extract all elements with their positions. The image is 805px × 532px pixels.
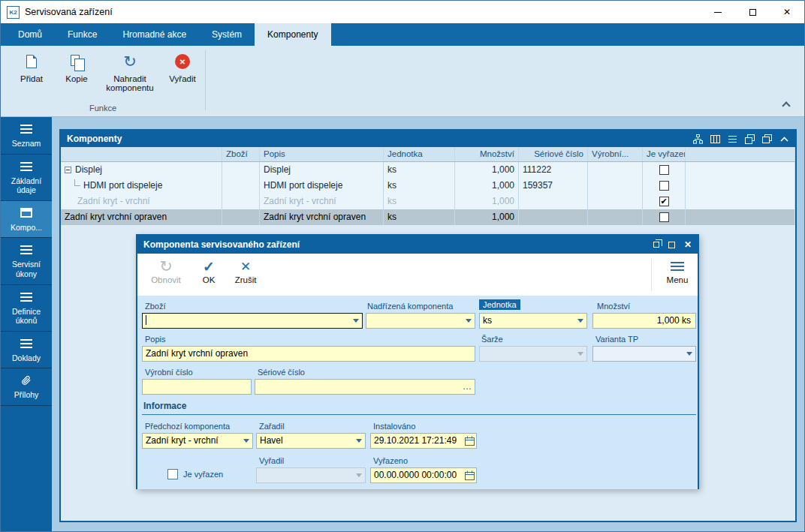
dropdown-icon[interactable] — [575, 349, 585, 359]
minimize-button[interactable] — [701, 1, 735, 23]
obnovit-button[interactable]: ↻ Obnovit — [145, 257, 187, 284]
sidebar-item-prilohy[interactable]: Přílohy — [1, 368, 52, 406]
vyrazeno-label: Vyřazeno — [373, 456, 408, 465]
zbozi-input[interactable] — [142, 313, 363, 329]
collapse-minus-icon[interactable] — [65, 167, 71, 173]
sidebar-item-komponenty[interactable]: Kompo... — [1, 201, 52, 239]
zaradil-label: Zařadil — [259, 422, 285, 431]
dropdown-icon[interactable] — [241, 436, 251, 446]
ok-button[interactable]: ✓ OK — [193, 257, 225, 284]
dialog-body: Zboží Nadřízená komponenta Jednotka ks M… — [137, 296, 698, 489]
tile-windows-icon[interactable] — [762, 134, 772, 144]
popis-cell: Displej — [260, 162, 384, 178]
filler-cell — [686, 162, 795, 178]
close-icon: ✕ — [684, 239, 692, 250]
tab-hromadne-akce[interactable]: Hromadné akce — [110, 23, 199, 46]
calendar-icon[interactable] — [465, 436, 475, 449]
titlebar: K2 Servisovaná zařízení ✕ — [1, 1, 804, 23]
sidebar-item-definice-ukonu[interactable]: Definice úkonů — [1, 285, 52, 332]
col-tree[interactable] — [61, 147, 222, 161]
jednotka-input[interactable]: ks — [479, 313, 587, 329]
zaradil-input[interactable]: Havel — [256, 433, 366, 449]
jednotka-label: Jednotka — [479, 299, 520, 310]
maximize-button[interactable] — [735, 1, 770, 23]
col-je-vyrazen[interactable]: Je vyřazen — [643, 147, 686, 161]
cascade-windows-icon[interactable] — [745, 134, 755, 144]
panel-collapse-chevron-icon[interactable] — [779, 135, 789, 143]
sidebar-item-seznam[interactable]: Seznam — [1, 117, 52, 155]
dropdown-icon[interactable] — [354, 436, 363, 446]
vyradit-button[interactable]: ✕ Vyřadit — [163, 52, 202, 83]
dialog-maximize-button[interactable] — [668, 242, 675, 248]
tab-domu[interactable]: Domů — [5, 23, 55, 46]
popis-cell: HDMI port dispeleje — [260, 178, 384, 194]
tree-view-icon[interactable] — [693, 134, 703, 144]
col-seriove-cislo[interactable]: Sériové číslo — [519, 147, 588, 161]
instalovano-input[interactable]: 29.10.2021 17:21:49 — [370, 433, 477, 449]
ellipsis-button[interactable]: … — [463, 380, 472, 394]
sidebar-item-servisni-ukony[interactable]: Servisní úkony — [1, 238, 52, 284]
varianta-tp-input[interactable] — [592, 346, 696, 362]
documents-icon — [2, 338, 50, 350]
content-area: Komponenty — [52, 117, 804, 531]
tab-system[interactable]: Systém — [199, 23, 255, 46]
zbozi-cell — [222, 178, 260, 194]
checkbox-je-vyrazen[interactable] — [659, 181, 669, 191]
checkbox-je-vyrazen[interactable] — [659, 197, 669, 206]
list-view-icon[interactable] — [728, 134, 737, 144]
popis-input[interactable]: Zadní kryt vrchní opraven — [142, 346, 475, 362]
col-popis[interactable]: Popis — [260, 147, 384, 161]
col-zbozi[interactable]: Zboží — [222, 147, 260, 161]
sidebar-item-doklady[interactable]: Doklady — [1, 332, 52, 369]
sarze-input[interactable] — [479, 346, 587, 362]
sidebar-item-zakladni-udaje[interactable]: Základní údaje — [1, 155, 52, 201]
calendar-icon[interactable] — [465, 470, 475, 483]
predchozi-komponenta-label: Předchozí komponenta — [145, 422, 230, 431]
vyrazeno-input[interactable]: 00.00.0000 00:00:00 — [370, 467, 477, 483]
table-row-selected[interactable]: Zadní kryt vrchní opraven Zadní kryt vrc… — [61, 209, 795, 225]
mnozstvi-input[interactable]: 1,000 ks — [592, 313, 696, 329]
vyrobni-cell — [588, 209, 643, 225]
jednotka-cell: ks — [384, 178, 455, 194]
predchozi-komponenta-input[interactable]: Zadní kryt - vrchní — [142, 433, 253, 449]
kopie-button[interactable]: Kopie — [58, 52, 95, 83]
nadrizena-komponenta-input[interactable] — [366, 313, 475, 329]
table-row[interactable]: Displej Displej ks 1,000 111222 — [61, 162, 795, 178]
close-icon: ✕ — [783, 7, 791, 17]
menu-button[interactable]: Menu — [660, 257, 695, 284]
dropdown-icon[interactable] — [575, 316, 585, 326]
je-vyrazen-checkbox[interactable] — [167, 469, 178, 479]
dropdown-icon[interactable] — [463, 316, 473, 326]
seriove-cislo-input[interactable]: … — [255, 379, 475, 395]
vyradil-input[interactable] — [256, 467, 366, 483]
pridat-button[interactable]: Přidat — [11, 52, 52, 83]
col-mnozstvi[interactable]: Množství — [455, 147, 519, 161]
dropdown-icon[interactable] — [351, 316, 360, 326]
dropdown-icon[interactable] — [684, 349, 694, 359]
checkbox-je-vyrazen[interactable] — [659, 212, 669, 222]
dropdown-icon[interactable] — [354, 470, 363, 480]
tab-funkce[interactable]: Funkce — [55, 23, 110, 46]
table-row[interactable]: Zadní kryt - vrchní Zadní kryt - vrchní … — [61, 194, 795, 209]
minimize-icon — [714, 12, 722, 13]
popis-label: Popis — [145, 335, 166, 344]
tab-komponenty[interactable]: Komponenty — [255, 23, 330, 46]
columns-icon[interactable] — [710, 134, 720, 144]
dialog-titlebar: Komponenta servisovaného zařízení ✕ — [137, 236, 698, 254]
zrusit-button[interactable]: ✕ Zrušit — [228, 257, 264, 284]
window-title: Servisovaná zařízení — [25, 7, 113, 17]
ribbon-collapse-chevron-icon[interactable] — [782, 101, 790, 110]
col-vyrobni[interactable]: Výrobní... — [588, 147, 643, 161]
nahradit-komponentu-button[interactable]: ↻ Nahradit komponentu — [100, 52, 160, 92]
vyrobni-cislo-input[interactable] — [142, 379, 252, 395]
restore-icon — [653, 242, 659, 248]
col-jednotka[interactable]: Jednotka — [384, 147, 455, 161]
dialog-restore-button[interactable] — [653, 242, 659, 248]
tree-elbow-icon — [74, 179, 80, 186]
copy-icon — [58, 52, 95, 71]
table-row[interactable]: HDMI port dispeleje HDMI port dispeleje … — [61, 178, 795, 194]
je-vyrazen-cell — [643, 162, 686, 178]
dialog-close-button[interactable]: ✕ — [684, 239, 692, 250]
close-button[interactable]: ✕ — [770, 1, 804, 23]
checkbox-je-vyrazen[interactable] — [659, 165, 669, 175]
